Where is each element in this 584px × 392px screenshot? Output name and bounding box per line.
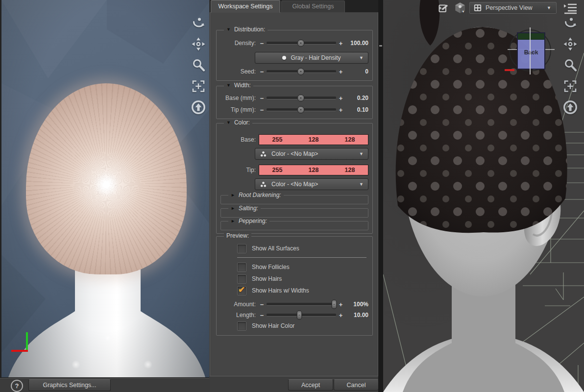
show-hairs-w-widths-checkbox[interactable]: ✔ bbox=[237, 286, 246, 295]
show-hairs-label: Show Hairs bbox=[252, 275, 282, 282]
orbit-camera-icon[interactable] bbox=[563, 16, 578, 30]
frame-selection-icon[interactable] bbox=[191, 79, 206, 94]
seed-increment-button[interactable]: + bbox=[338, 68, 344, 75]
right-viewport[interactable]: ▼ Perspective View ▼ Back bbox=[383, 0, 584, 392]
expand-arrow-icon: ► bbox=[231, 205, 235, 211]
length-label: Length: bbox=[217, 312, 259, 318]
viewport-options-icon[interactable] bbox=[438, 2, 449, 14]
camera-cube-dropdown-icon[interactable]: ▼ bbox=[462, 10, 465, 13]
tip-width-value[interactable]: 0.10 bbox=[344, 106, 368, 113]
amount-decrement-button[interactable]: − bbox=[259, 301, 265, 308]
show-hair-color-label: Show Hair Color bbox=[252, 322, 294, 329]
show-hairs-checkbox[interactable] bbox=[237, 274, 246, 284]
length-slider-handle[interactable] bbox=[296, 310, 302, 319]
panel-splitter[interactable] bbox=[378, 0, 383, 392]
panel-content: ▼ Distribution: Density: − + 100.00 Gray… bbox=[210, 12, 378, 376]
frame-selection-icon[interactable] bbox=[563, 79, 578, 94]
pan-camera-icon[interactable] bbox=[563, 37, 578, 51]
peppering-group: ► Peppering: bbox=[220, 221, 368, 230]
orbit-camera-icon[interactable] bbox=[191, 16, 206, 30]
show-all-surfaces-checkbox[interactable] bbox=[237, 244, 246, 253]
gizmo-x-axis-tick bbox=[505, 69, 514, 71]
show-hair-color-checkbox[interactable] bbox=[237, 321, 246, 331]
show-follicles-checkbox[interactable] bbox=[237, 263, 246, 272]
density-decrement-button[interactable]: − bbox=[259, 40, 265, 47]
expand-arrow-icon: ► bbox=[231, 218, 235, 224]
amount-slider[interactable] bbox=[267, 303, 336, 306]
base-width-value[interactable]: 0.20 bbox=[344, 95, 368, 101]
peppering-title[interactable]: ► Peppering: bbox=[228, 218, 269, 224]
color-map-icon bbox=[260, 181, 267, 188]
base-width-increment-button[interactable]: + bbox=[338, 95, 344, 102]
base-color-swatch[interactable]: 255 128 128 bbox=[259, 134, 368, 145]
viewport-status-bar: ? Graphics Settings... bbox=[0, 377, 209, 392]
show-all-surfaces-label: Show All Surfaces bbox=[252, 245, 299, 252]
y-axis-indicator bbox=[26, 332, 28, 351]
length-value[interactable]: 10.00 bbox=[344, 312, 368, 318]
expand-arrow-icon: ► bbox=[231, 192, 235, 198]
salting-group: ► Salting: bbox=[220, 208, 368, 218]
density-slider-handle[interactable] bbox=[297, 39, 304, 47]
amount-slider-handle[interactable] bbox=[331, 299, 337, 309]
density-slider[interactable] bbox=[267, 42, 336, 45]
zoom-camera-icon[interactable] bbox=[563, 58, 578, 73]
chevron-down-icon: ▼ bbox=[547, 5, 551, 10]
seed-slider-handle[interactable] bbox=[297, 68, 304, 75]
length-decrement-button[interactable]: − bbox=[259, 312, 265, 319]
right-viewport-toolbar: ▼ Perspective View ▼ bbox=[383, 0, 584, 16]
density-value[interactable]: 100.00 bbox=[344, 40, 368, 47]
help-button[interactable]: ? bbox=[11, 380, 23, 392]
base-width-slider-handle[interactable] bbox=[297, 94, 304, 101]
amount-increment-button[interactable]: + bbox=[338, 301, 344, 308]
check-icon: ✔ bbox=[238, 285, 245, 295]
tab-global-settings[interactable]: Global Settings bbox=[281, 0, 345, 12]
chevron-down-icon: ▼ bbox=[359, 182, 364, 187]
base-width-label: Base (mm): bbox=[217, 95, 259, 101]
base-width-slider[interactable] bbox=[267, 97, 336, 99]
length-slider[interactable] bbox=[267, 314, 336, 317]
base-width-decrement-button[interactable]: − bbox=[259, 95, 265, 102]
zoom-camera-icon[interactable] bbox=[191, 58, 206, 73]
reset-camera-icon[interactable] bbox=[191, 100, 206, 115]
pane-options-icon[interactable] bbox=[562, 2, 578, 15]
seed-value[interactable]: 0 bbox=[344, 68, 368, 75]
tip-color-swatch[interactable]: 255 128 128 bbox=[259, 165, 368, 175]
root-darkening-title[interactable]: ► Root Darkening: bbox=[228, 192, 284, 198]
seed-decrement-button[interactable]: − bbox=[259, 68, 265, 75]
camera-view-dropdown[interactable]: Perspective View ▼ bbox=[469, 2, 557, 14]
seed-label: Seed: bbox=[217, 68, 259, 75]
base-color-label: Base: bbox=[217, 136, 259, 143]
accept-button[interactable]: Accept bbox=[288, 379, 333, 391]
density-increment-button[interactable]: + bbox=[338, 40, 344, 47]
left-viewport[interactable] bbox=[0, 0, 209, 377]
tip-width-slider-handle[interactable] bbox=[297, 106, 304, 113]
tip-width-increment-button[interactable]: + bbox=[338, 106, 344, 114]
color-group: ▼ Color: Base: 255 128 128 Color - <No M… bbox=[216, 123, 373, 234]
pan-camera-icon[interactable] bbox=[191, 37, 206, 51]
distribution-group-title[interactable]: ▼ Distribution: bbox=[224, 26, 268, 33]
width-group-title[interactable]: ▼ Width: bbox=[224, 82, 253, 89]
graphics-settings-button[interactable]: Graphics Settings... bbox=[28, 379, 111, 391]
view-cube[interactable]: Back bbox=[517, 32, 545, 70]
tip-width-label: Tip (mm): bbox=[217, 106, 259, 113]
cancel-button[interactable]: Cancel bbox=[334, 379, 379, 391]
tip-width-slider[interactable] bbox=[267, 108, 336, 111]
map-bullet-icon bbox=[282, 56, 286, 60]
preview-group-title: Preview: bbox=[224, 232, 251, 239]
tip-width-decrement-button[interactable]: − bbox=[259, 106, 265, 114]
width-group: ▼ Width: Base (mm): − + 0.20 Tip (mm): −… bbox=[216, 86, 373, 119]
salting-title[interactable]: ► Salting: bbox=[228, 205, 261, 212]
color-group-title[interactable]: ▼ Color: bbox=[224, 119, 252, 126]
density-map-dropdown[interactable]: Gray - Hair Density ▼ bbox=[255, 52, 368, 64]
tip-color-map-dropdown[interactable]: Color - <No Map> ▼ bbox=[255, 178, 368, 190]
right-viewport-render bbox=[383, 0, 584, 392]
tip-color-label: Tip: bbox=[217, 167, 259, 173]
chevron-down-icon: ▼ bbox=[359, 55, 364, 60]
distribution-group: ▼ Distribution: Density: − + 100.00 Gray… bbox=[216, 30, 373, 81]
tab-workspace-settings[interactable]: Workspace Settings bbox=[211, 0, 280, 13]
base-color-map-dropdown[interactable]: Color - <No Map> ▼ bbox=[255, 148, 368, 160]
reset-camera-icon[interactable] bbox=[563, 100, 578, 115]
amount-value[interactable]: 100% bbox=[344, 301, 368, 308]
seed-slider[interactable] bbox=[267, 70, 336, 73]
length-increment-button[interactable]: + bbox=[338, 312, 344, 319]
